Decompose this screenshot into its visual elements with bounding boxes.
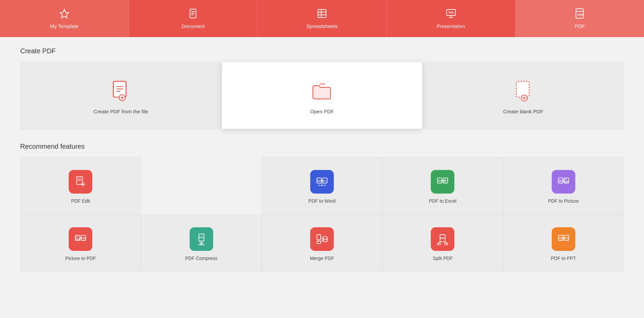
create-blank-label: Create blank PDF [503,109,543,114]
nav-item-document[interactable]: Document [129,0,258,37]
svg-text:PDF: PDF [559,180,563,182]
svg-text:PDF: PDF [578,13,584,17]
pdf-nav-icon: PDF [574,8,585,21]
svg-text:PDF: PDF [199,236,203,239]
features-row-1: PDF Edit PDF W PDF to Word [20,157,624,214]
split-pdf-icon-wrap: PDF [431,227,454,251]
open-pdf-label: Open PDF [310,109,334,114]
picture-pdf-label: Picture to PDF [65,256,96,261]
svg-point-47 [76,236,78,237]
create-blank-card[interactable]: Create blank PDF [423,62,623,129]
nav-label-document: Document [182,23,204,29]
feature-pdf-to-picture[interactable]: PDF PDF to Picture [503,157,624,214]
pdf-compress-icon-wrap: PDF [190,227,213,251]
create-pdf-row: Create PDF from the file PDF Open PDF Cr… [20,62,624,129]
open-pdf-card[interactable]: PDF Open PDF [222,62,422,129]
presentation-icon [446,8,456,21]
svg-marker-0 [60,9,69,18]
svg-point-45 [565,179,567,180]
nav-label-my-template: My Template [50,23,78,29]
nav-item-my-template[interactable]: My Template [0,0,129,37]
merge-pdf-icon-wrap: PDF [310,227,334,251]
pdf-word-label: PDF to Word [309,198,336,204]
create-from-file-icon [109,79,133,103]
feature-merge-pdf[interactable]: PDF Merge PDF [262,214,382,272]
create-blank-icon [511,79,535,103]
nav-label-pdf: PDF [575,23,585,29]
main-content: Create PDF Create PDF from the file PDF [0,37,644,282]
pdf-ppt-icon: PDF PPT [557,233,570,245]
nav-bar: My Template Document Spreadsheets [0,0,644,37]
svg-text:PDF: PDF [324,238,328,240]
create-from-file-label: Create PDF from the file [94,109,148,114]
svg-rect-54 [317,235,321,240]
nav-label-presentation: Presentation [437,23,465,29]
svg-text:PDF: PDF [320,83,325,86]
split-pdf-label: Split PDF [433,256,453,261]
feature-pdf-compress[interactable]: PDF PDF Compress [141,214,261,272]
svg-line-57 [321,239,323,242]
split-pdf-icon: PDF [436,233,449,245]
pdf-word-icon: PDF W [316,175,328,188]
pdf-picture-label: PDF to Picture [548,198,579,204]
feature-pdf-edit[interactable]: PDF Edit [20,157,141,214]
nav-label-spreadsheets: Spreadsheets [307,23,338,29]
svg-line-56 [321,237,323,239]
pdf-edit-label: PDF Edit [71,198,90,204]
feature-split-pdf[interactable]: PDF Split PDF [382,214,503,272]
feature-picture-to-pdf[interactable]: PDF Picture to PDF [20,214,141,272]
feature-pdf-to-word[interactable]: PDF W PDF to Word [262,157,382,214]
pdf-edit-icon [74,175,87,188]
merge-pdf-icon: PDF [316,233,328,245]
feature-pdf-to-ppt[interactable]: PDF PPT PDF to PPT [503,214,624,272]
pdf-excel-icon: PDF $ [436,175,449,188]
document-icon [188,8,198,21]
svg-rect-55 [317,241,321,244]
features-row-2: PDF Picture to PDF PDF PDF Compress [20,214,624,272]
pdf-picture-icon: PDF [557,175,570,188]
nav-item-presentation[interactable]: Presentation [387,0,516,37]
nav-item-pdf[interactable]: PDF PDF [515,0,644,37]
star-icon [59,8,70,21]
open-pdf-icon: PDF [310,79,334,103]
picture-pdf-icon: PDF [74,233,87,245]
svg-text:PDF: PDF [559,237,563,239]
pdf-word-icon-wrap: PDF W [310,170,334,194]
svg-text:W: W [323,180,326,182]
picture-pdf-icon-wrap: PDF [69,227,92,251]
pdf-compress-label: PDF Compress [185,256,218,261]
svg-text:PDF: PDF [438,180,443,182]
pdf-excel-label: PDF to Excel [429,198,457,204]
svg-rect-5 [318,9,326,18]
recommend-title: Recommend features [20,143,624,150]
pdf-picture-icon-wrap: PDF [552,170,575,194]
pdf-ppt-icon-wrap: PDF PPT [552,227,575,251]
feature-pdf-to-excel[interactable]: PDF $ PDF to Excel [382,157,503,214]
create-from-file-card[interactable]: Create PDF from the file [21,62,221,129]
pdf-excel-icon-wrap: PDF $ [431,170,454,194]
pdf-ppt-label: PDF to PPT [551,256,576,261]
svg-text:PPT: PPT [565,237,569,239]
create-pdf-title: Create PDF [20,47,624,55]
svg-text:PDF: PDF [318,180,322,182]
feature-empty-1 [141,157,261,214]
spreadsheet-icon [317,8,327,21]
svg-text:PDF: PDF [441,237,445,239]
svg-text:PDF: PDF [82,237,86,239]
nav-item-spreadsheets[interactable]: Spreadsheets [258,0,387,37]
pdf-edit-icon-wrap [69,170,92,194]
pdf-compress-icon: PDF [195,233,208,245]
svg-rect-23 [517,81,529,97]
merge-pdf-label: Merge PDF [310,256,334,261]
